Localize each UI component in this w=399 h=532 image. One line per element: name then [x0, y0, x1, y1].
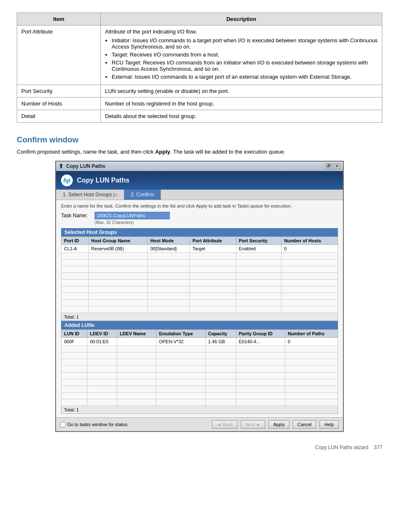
list-item: Initiator: Issues I/O commands to a targ… — [112, 37, 378, 50]
selected-host-groups-header: Selected Host Groups — [61, 228, 338, 236]
dialog-steps: 1. Select Host Groups ▷ 2. Confirm — [56, 190, 343, 200]
table-row — [61, 293, 338, 300]
table-row — [61, 352, 338, 359]
cell-number-of-hosts: 0 — [281, 245, 338, 253]
cell-ldev-id: 00:01:E0 — [87, 338, 117, 346]
dialog-titlebar-left: ⬆ Copy LUN Paths — [59, 163, 105, 170]
table-row — [61, 373, 338, 379]
table-row: 060F 00:01:E0 OPEN-V*32 1.46 GB E0140-4.… — [61, 338, 338, 346]
tasks-window-checkbox-label[interactable]: Go to tasks window for status — [60, 422, 209, 427]
table-row — [61, 399, 338, 406]
col-parity-group-id: Parity Group ID — [236, 330, 285, 338]
table-row — [61, 253, 338, 260]
col-port-id: Port ID — [61, 237, 89, 245]
col-ldev-id: LDEV ID — [87, 330, 117, 338]
page-number: 377 — [374, 445, 382, 450]
task-name-label: Task Name: — [61, 212, 90, 218]
dialog-title: Copy LUN Paths — [66, 163, 105, 169]
item-port-security: Port Security — [17, 85, 101, 98]
reference-table: Item Description Port Attribute Attribut… — [17, 13, 382, 123]
task-name-input-wrap: (Max. 32 Characters) — [95, 212, 170, 225]
table-row: Number of Hosts Number of hosts register… — [17, 98, 382, 110]
table-row: Port Security LUN security setting (enab… — [17, 85, 382, 98]
desc-port-security: LUN security setting (enable or disable)… — [101, 85, 382, 98]
col-capacity: Capacity — [205, 330, 236, 338]
table-row: Detail Details about the selected host g… — [17, 110, 382, 123]
task-name-input[interactable] — [95, 212, 170, 219]
item-number-of-hosts: Number of Hosts — [17, 98, 101, 110]
desc-port-attribute: Attribute of the port indicating I/O flo… — [101, 26, 382, 85]
table-row — [61, 379, 338, 386]
dialog-body: Enter a name for the task. Confirm the s… — [56, 200, 343, 417]
hp-logo-icon: hp — [61, 175, 73, 186]
cancel-button[interactable]: Cancel — [293, 420, 316, 429]
col-lun-id: LUN ID — [61, 330, 87, 338]
cell-host-group-name: Reserve0B (0B) — [89, 245, 148, 253]
step-2[interactable]: 2. Confirm — [124, 190, 161, 200]
table-row — [61, 366, 338, 373]
dialog-footer: Go to tasks window for status ◄ Back Nex… — [56, 417, 343, 431]
dialog-instruction: Enter a name for the task. Confirm the s… — [61, 203, 338, 208]
dialog-titlebar-buttons: 🗗 ✕ — [325, 163, 340, 169]
table-row: CL1-A Reserve0B (0B) 00[Standard] Target… — [61, 245, 338, 253]
back-button[interactable]: ◄ Back — [212, 420, 237, 429]
page-footer: Copy LUN Paths wizard 377 — [17, 445, 382, 450]
step-1[interactable]: 1. Select Host Groups ▷ — [56, 190, 124, 200]
col-port-attribute: Port Attribute — [190, 237, 236, 245]
dialog-titlebar: ⬆ Copy LUN Paths 🗗 ✕ — [56, 162, 343, 171]
selected-host-groups-total: Total: 1 — [61, 313, 338, 321]
cell-number-of-paths: 0 — [285, 338, 338, 346]
task-name-row: Task Name: (Max. 32 Characters) — [61, 212, 338, 225]
col-number-of-hosts: Number of Hosts — [281, 237, 338, 245]
added-luns-table: LUN ID LDEV ID LDEV Name Emulation Type … — [61, 329, 338, 406]
page-footer-text: Copy LUN Paths wizard — [315, 445, 368, 450]
cell-capacity: 1.46 GB — [205, 338, 236, 346]
table-row — [61, 359, 338, 366]
cell-parity-group-id: E0140-4... — [236, 338, 285, 346]
table-row — [61, 386, 338, 393]
help-button[interactable]: Help — [320, 420, 339, 429]
cell-port-security: Enabled — [236, 245, 281, 253]
dialog-icon: ⬆ — [59, 163, 64, 170]
col-ldev-name: LDEV Name — [117, 330, 156, 338]
table-row — [61, 266, 338, 273]
table-row — [61, 280, 338, 286]
section-heading: Confirm window — [17, 135, 382, 144]
cell-emulation-type: OPEN-V*32 — [156, 338, 205, 346]
col-host-mode: Host Mode — [148, 237, 190, 245]
added-luns-total: Total: 1 — [61, 406, 338, 414]
list-item: External: Issues I/O commands to a targe… — [112, 74, 378, 80]
dialog-header-title: Copy LUN Paths — [77, 177, 129, 184]
cell-host-mode: 00[Standard] — [148, 245, 190, 253]
col-emulation-type: Emulation Type — [156, 330, 205, 338]
desc-number-of-hosts: Number of hosts registered in the host g… — [101, 98, 382, 110]
table-row: Port Attribute Attribute of the port ind… — [17, 26, 382, 85]
tasks-window-checkbox[interactable] — [60, 422, 66, 427]
table-row — [61, 300, 338, 306]
tasks-window-label: Go to tasks window for status — [67, 422, 128, 427]
table-row — [61, 286, 338, 293]
table-row — [61, 273, 338, 280]
item-detail: Detail — [17, 110, 101, 123]
list-item: Target: Receives I/O commands from a hos… — [112, 51, 378, 58]
section-description: Confirm proposed settings, name the task… — [17, 149, 382, 155]
col-host-group-name: Host Group Name — [89, 237, 148, 245]
table-row — [61, 306, 338, 313]
table-row — [61, 393, 338, 399]
apply-button[interactable]: Apply — [269, 420, 289, 429]
task-name-hint: (Max. 32 Characters) — [95, 220, 170, 225]
col-number-of-paths: Number of Paths — [285, 330, 338, 338]
close-button[interactable]: ✕ — [334, 163, 340, 169]
selected-host-groups-table: Port ID Host Group Name Host Mode Port A… — [61, 236, 338, 313]
cell-port-id: CL1-A — [61, 245, 89, 253]
table-row — [61, 260, 338, 266]
item-port-attribute: Port Attribute — [17, 26, 101, 85]
next-button[interactable]: Next ► — [241, 420, 266, 429]
col-header-item: Item — [17, 13, 101, 26]
cell-port-attribute: Target — [190, 245, 236, 253]
table-row — [61, 346, 338, 352]
dialog-window: ⬆ Copy LUN Paths 🗗 ✕ hp Copy LUN Paths 1… — [55, 161, 344, 432]
restore-button[interactable]: 🗗 — [325, 163, 332, 169]
cell-lun-id: 060F — [61, 338, 87, 346]
list-item: RCU Target: Receives I/O commands from a… — [112, 59, 378, 72]
